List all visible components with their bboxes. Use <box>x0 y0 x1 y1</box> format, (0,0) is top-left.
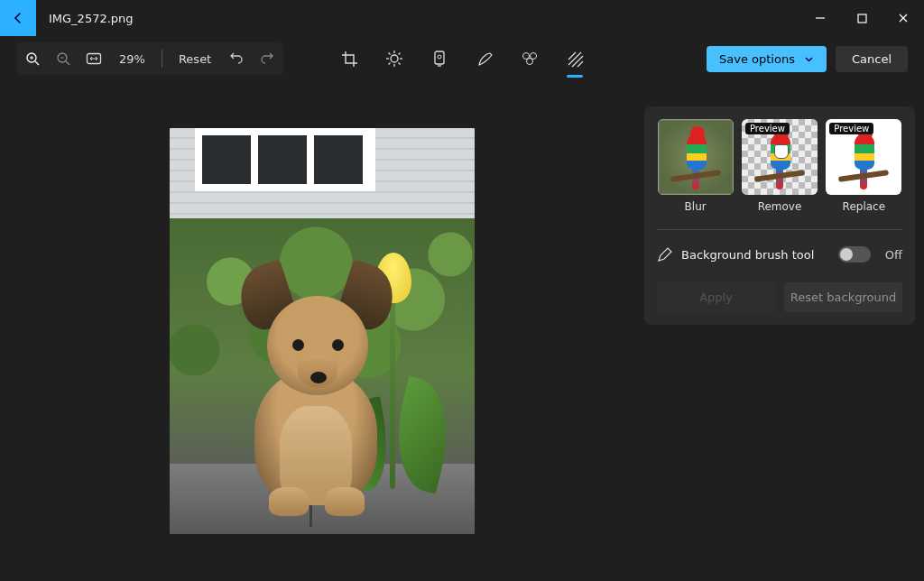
image-stage[interactable] <box>0 81 644 581</box>
markup-icon <box>476 51 494 68</box>
edited-image <box>170 128 475 534</box>
undo-icon <box>229 51 244 66</box>
filter-icon <box>431 50 448 68</box>
window-controls <box>799 0 924 36</box>
bg-option-blur[interactable]: Blur <box>657 119 734 213</box>
svg-rect-1 <box>858 14 866 23</box>
erase-icon <box>521 51 539 67</box>
cancel-button[interactable]: Cancel <box>836 46 908 72</box>
background-icon <box>567 51 584 68</box>
back-button[interactable] <box>0 0 36 36</box>
reset-view-button[interactable]: Reset <box>175 52 215 66</box>
minimize-button[interactable] <box>799 0 841 36</box>
zoom-group: 29% Reset <box>16 42 283 75</box>
bg-thumb-blur <box>658 119 734 195</box>
crop-icon <box>341 51 358 68</box>
bg-option-replace[interactable]: Preview Replace <box>826 119 902 213</box>
svg-line-7 <box>66 61 69 65</box>
filename-label: IMG_2572.png <box>49 12 134 25</box>
workspace: Blur Preview Remove Preview Replace <box>0 81 924 581</box>
svg-point-22 <box>438 55 441 59</box>
fit-button[interactable] <box>85 50 103 68</box>
bg-thumb-remove: Preview <box>742 119 818 195</box>
svg-line-28 <box>572 56 583 67</box>
adjust-tool[interactable] <box>384 49 404 69</box>
chevron-down-icon <box>804 54 814 64</box>
bg-option-remove[interactable]: Preview Remove <box>741 119 818 213</box>
filter-tool[interactable] <box>430 49 449 69</box>
apply-button[interactable]: Apply <box>657 282 775 312</box>
background-panel: Blur Preview Remove Preview Replace <box>644 106 915 325</box>
svg-point-25 <box>527 59 533 65</box>
svg-point-11 <box>391 55 398 62</box>
svg-line-27 <box>568 52 581 65</box>
svg-line-19 <box>399 53 401 55</box>
zoom-in-button[interactable] <box>23 50 42 68</box>
svg-line-17 <box>399 63 401 65</box>
action-buttons: Save options Cancel <box>707 46 908 72</box>
panel-actions: Apply Reset background <box>657 282 902 312</box>
zoom-in-icon <box>25 51 41 67</box>
toolbar: 29% Reset Save options <box>0 36 924 81</box>
bg-thumb-replace: Preview <box>826 119 901 195</box>
svg-line-29 <box>578 61 583 67</box>
crop-tool[interactable] <box>339 49 359 69</box>
svg-rect-20 <box>435 51 444 64</box>
separator <box>162 50 162 68</box>
maximize-icon <box>857 14 867 23</box>
brush-tool-row: Background brush tool Off <box>657 246 902 263</box>
svg-line-16 <box>389 53 391 55</box>
fit-icon <box>86 52 102 65</box>
maximize-button[interactable] <box>841 0 882 36</box>
arrow-left-icon <box>11 11 25 25</box>
background-options: Blur Preview Remove Preview Replace <box>657 119 902 213</box>
bg-label-remove: Remove <box>758 200 802 213</box>
pencil-icon <box>657 247 672 263</box>
separator <box>657 229 902 230</box>
background-tool[interactable] <box>565 49 585 69</box>
brush-tool-label: Background brush tool <box>681 248 829 262</box>
edit-tools <box>339 49 585 69</box>
close-icon <box>898 13 909 23</box>
undo-button[interactable] <box>227 50 245 68</box>
erase-tool[interactable] <box>520 49 540 69</box>
redo-icon <box>260 51 274 66</box>
preview-badge: Preview <box>745 123 790 134</box>
bg-label-blur: Blur <box>685 200 707 213</box>
brush-toggle[interactable] <box>838 246 871 263</box>
markup-tool[interactable] <box>475 49 494 69</box>
save-options-label: Save options <box>719 52 795 66</box>
save-options-button[interactable]: Save options <box>707 46 827 72</box>
zoom-percent[interactable]: 29% <box>116 52 149 66</box>
svg-line-3 <box>35 61 39 65</box>
minimize-icon <box>815 13 826 23</box>
redo-button[interactable] <box>258 50 276 68</box>
zoom-out-icon <box>56 51 71 67</box>
close-button[interactable] <box>882 0 924 36</box>
svg-line-18 <box>389 63 391 65</box>
preview-badge: Preview <box>829 123 873 134</box>
bg-label-replace: Replace <box>843 200 885 213</box>
brush-toggle-state: Off <box>885 248 902 262</box>
hand-cursor-icon <box>774 144 789 159</box>
zoom-out-button[interactable] <box>54 50 72 68</box>
titlebar: IMG_2572.png <box>0 0 924 36</box>
reset-background-button[interactable]: Reset background <box>784 282 902 312</box>
brightness-icon <box>385 50 403 68</box>
